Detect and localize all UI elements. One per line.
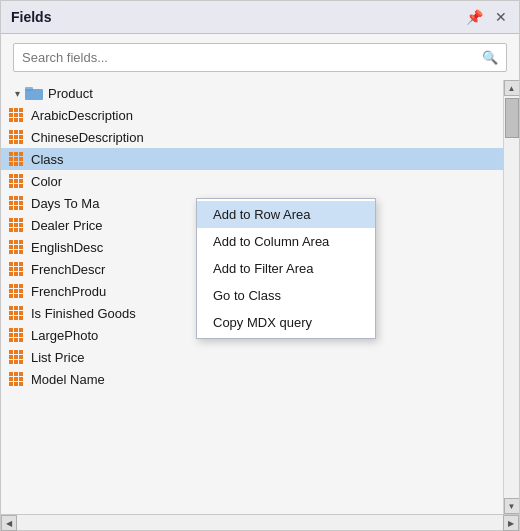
field-icon-arabic bbox=[9, 108, 23, 122]
search-bar: 🔍 bbox=[13, 43, 507, 72]
tree-node-arabic[interactable]: ArabicDescription bbox=[1, 104, 503, 126]
field-label-largephoto: LargePhoto bbox=[31, 328, 98, 343]
tree-node-color[interactable]: Color bbox=[1, 170, 503, 192]
field-icon-dealer bbox=[9, 218, 23, 232]
field-label-dealer: Dealer Price bbox=[31, 218, 103, 233]
scroll-thumb[interactable] bbox=[505, 98, 519, 138]
field-label-french-prod: FrenchProdu bbox=[31, 284, 106, 299]
context-menu-item-filter[interactable]: Add to Filter Area bbox=[197, 255, 375, 282]
tree-node-product[interactable]: ▾ Product bbox=[1, 82, 503, 104]
field-icon-finished bbox=[9, 306, 23, 320]
header-icons: 📌 ✕ bbox=[464, 7, 509, 27]
field-icon-french-prod bbox=[9, 284, 23, 298]
scroll-up-button[interactable]: ▲ bbox=[504, 80, 520, 96]
tree-node-chinese[interactable]: ChineseDescription bbox=[1, 126, 503, 148]
close-icon[interactable]: ✕ bbox=[493, 7, 509, 27]
context-menu: Add to Row Area Add to Column Area Add t… bbox=[196, 198, 376, 339]
search-wrapper: 🔍 bbox=[1, 34, 519, 80]
tree-area: ▾ Product ArabicDescription bbox=[1, 80, 519, 514]
panel-header: Fields 📌 ✕ bbox=[1, 1, 519, 34]
svg-rect-1 bbox=[25, 87, 33, 91]
field-label-listprice: List Price bbox=[31, 350, 84, 365]
field-icon-modelname bbox=[9, 372, 23, 386]
field-label-chinese: ChineseDescription bbox=[31, 130, 144, 145]
field-label-days: Days To Ma bbox=[31, 196, 99, 211]
field-icon-chinese bbox=[9, 130, 23, 144]
panel-title: Fields bbox=[11, 9, 51, 25]
scroll-left-button[interactable]: ◀ bbox=[1, 515, 17, 531]
field-icon-french-desc bbox=[9, 262, 23, 276]
search-input[interactable] bbox=[22, 50, 482, 65]
field-icon-largephoto bbox=[9, 328, 23, 342]
field-label-finished: Is Finished Goods bbox=[31, 306, 136, 321]
tree-node-class[interactable]: Class bbox=[1, 148, 503, 170]
scroll-down-button[interactable]: ▼ bbox=[504, 498, 520, 514]
expand-icon: ▾ bbox=[9, 85, 25, 101]
field-icon-english bbox=[9, 240, 23, 254]
field-label-class: Class bbox=[31, 152, 64, 167]
context-menu-item-goto[interactable]: Go to Class bbox=[197, 282, 375, 309]
field-icon-days bbox=[9, 196, 23, 210]
search-icon: 🔍 bbox=[482, 50, 498, 65]
fields-panel: Fields 📌 ✕ 🔍 ▾ Product bbox=[0, 0, 520, 531]
field-icon-listprice bbox=[9, 350, 23, 364]
product-label: Product bbox=[48, 86, 93, 101]
context-menu-item-column[interactable]: Add to Column Area bbox=[197, 228, 375, 255]
field-label-arabic: ArabicDescription bbox=[31, 108, 133, 123]
product-folder-icon bbox=[25, 86, 43, 100]
tree-node-listprice[interactable]: List Price bbox=[1, 346, 503, 368]
vertical-scrollbar[interactable]: ▲ ▼ bbox=[503, 80, 519, 514]
tree-node-modelname[interactable]: Model Name bbox=[1, 368, 503, 390]
pin-icon[interactable]: 📌 bbox=[464, 7, 485, 27]
context-menu-item-row[interactable]: Add to Row Area bbox=[197, 201, 375, 228]
scroll-right-button[interactable]: ▶ bbox=[503, 515, 519, 531]
field-label-french-desc: FrenchDescr bbox=[31, 262, 105, 277]
field-icon-class bbox=[9, 152, 23, 166]
field-label-english: EnglishDesc bbox=[31, 240, 103, 255]
field-label-modelname: Model Name bbox=[31, 372, 105, 387]
field-icon-color bbox=[9, 174, 23, 188]
scroll-h-track[interactable] bbox=[17, 515, 503, 530]
horizontal-scrollbar: ◀ ▶ bbox=[1, 514, 519, 530]
field-label-color: Color bbox=[31, 174, 62, 189]
context-menu-item-mdx[interactable]: Copy MDX query bbox=[197, 309, 375, 336]
